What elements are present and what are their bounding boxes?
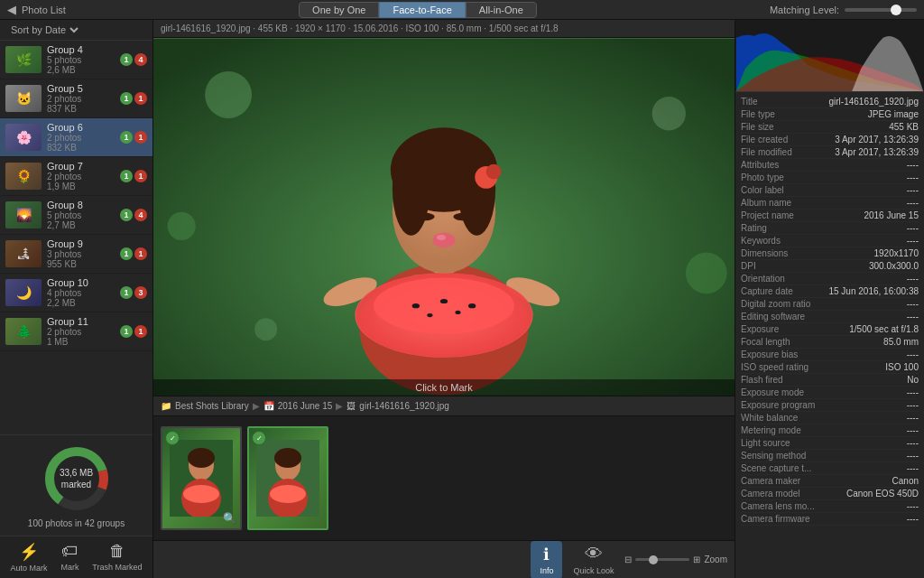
group-badges-5: 1 1 xyxy=(120,92,147,105)
sidebar-item-group-11[interactable]: 🌲 Group 11 2 photos1 MB 1 1 xyxy=(0,312,152,351)
group-badges-9: 1 1 xyxy=(120,247,147,260)
group-name-9: Group 9 xyxy=(47,238,115,249)
group-thumb-7: 🌻 xyxy=(5,163,42,190)
group-name-6: Group 6 xyxy=(47,122,115,133)
group-info-6: Group 6 2 photos832 KB xyxy=(47,122,115,153)
meta-value-16: ---- xyxy=(907,299,919,309)
group-meta-6: 2 photos832 KB xyxy=(47,133,115,153)
svg-point-8 xyxy=(254,318,277,340)
film-thumb-2[interactable]: ✓ xyxy=(247,426,328,530)
photo-view[interactable]: Click to Mark xyxy=(153,38,735,396)
meta-row-8: Album name ---- xyxy=(741,197,919,210)
mark-label: Mark xyxy=(60,563,79,572)
film-thumb-badge-2: ✓ xyxy=(252,431,266,445)
sidebar-item-group-8[interactable]: 🌄 Group 8 5 photos2,7 MB 1 4 xyxy=(0,196,152,235)
meta-value-1: JPEG image xyxy=(868,109,919,119)
meta-label-13: DPI xyxy=(741,261,760,271)
meta-label-31: Camera model xyxy=(741,489,804,499)
svg-point-7 xyxy=(686,252,727,294)
mark-icon: 🏷 xyxy=(61,542,78,561)
meta-value-32: ---- xyxy=(907,501,919,511)
sort-select[interactable]: Sort by Date xyxy=(7,23,81,36)
meta-row-21: ISO speed rating ISO 100 xyxy=(741,361,919,374)
meta-row-5: Attributes ---- xyxy=(741,159,919,172)
badge-red-11: 1 xyxy=(134,325,147,338)
badge-red-9: 1 xyxy=(134,247,147,260)
group-name-5: Group 5 xyxy=(47,83,115,94)
breadcrumb-library[interactable]: Best Shots Library xyxy=(175,401,249,411)
meta-value-14: ---- xyxy=(907,274,919,284)
group-meta-10: 4 photos2,2 MB xyxy=(47,288,115,308)
meta-value-15: 15 Jun 2016, 16:00:38 xyxy=(828,286,919,296)
back-label[interactable]: Photo List xyxy=(22,5,66,15)
bottom-right-tools: ℹ Info 👁 Quick Look ⊟ ⊞ Zoom xyxy=(531,541,727,579)
group-name-11: Group 11 xyxy=(47,316,115,327)
meta-row-1: File type JPEG image xyxy=(741,108,919,121)
group-name-8: Group 8 xyxy=(47,200,115,210)
trash-marked-button[interactable]: 🗑 Trash Marked xyxy=(88,540,145,574)
group-meta-11: 2 photos1 MB xyxy=(47,327,115,347)
mark-button[interactable]: 🏷 Mark xyxy=(57,540,82,574)
sidebar-item-group-6[interactable]: 🌸 Group 6 2 photos832 KB 1 1 xyxy=(0,118,152,157)
top-bar: ◀ Photo List One by One Face-to-Face All… xyxy=(0,0,924,20)
group-badges-7: 1 1 xyxy=(120,170,147,182)
badge-green-9: 1 xyxy=(120,247,133,260)
meta-value-10: ---- xyxy=(907,223,919,233)
meta-label-32: Camera lens mo... xyxy=(741,501,818,511)
auto-mark-icon: ⚡ xyxy=(19,542,39,562)
sidebar-item-group-4[interactable]: 🌿 Group 4 5 photos2,6 MB 1 4 xyxy=(0,41,152,79)
file-info-bar: girl-1461616_1920.jpg · 455 KB · 1920 × … xyxy=(161,23,559,33)
photo-illustration xyxy=(153,38,735,396)
tab-one-by-one[interactable]: One by One xyxy=(299,2,379,18)
meta-label-28: Sensing method xyxy=(741,451,809,461)
group-info-7: Group 7 2 photos1,9 MB xyxy=(47,161,115,191)
meta-row-0: Title girl-1461616_1920.jpg xyxy=(741,96,919,108)
svg-point-27 xyxy=(486,164,502,180)
group-info-5: Group 5 2 photos837 KB xyxy=(47,83,115,114)
meta-row-18: Exposure 1/500 sec at f/1.8 xyxy=(741,323,919,336)
svg-point-6 xyxy=(168,212,196,240)
meta-label-15: Capture date xyxy=(741,286,797,296)
group-thumb-10: 🌙 xyxy=(5,279,42,306)
group-info-10: Group 10 4 photos2,2 MB xyxy=(47,277,115,308)
meta-row-6: Photo type ---- xyxy=(741,172,919,184)
badge-green-11: 1 xyxy=(120,325,133,338)
svg-point-41 xyxy=(270,485,306,503)
zoom-label: Zoom xyxy=(704,555,727,564)
meta-label-19: Focal length xyxy=(741,337,793,347)
zoom-slider[interactable] xyxy=(635,558,689,561)
sidebar-header: Sort by Date xyxy=(0,20,152,41)
group-badges-11: 1 1 xyxy=(120,325,147,338)
meta-row-2: File size 455 KB xyxy=(741,121,919,134)
back-arrow-icon[interactable]: ◀ xyxy=(7,3,16,16)
donut-chart: 33,6 MB marked xyxy=(7,443,145,515)
badge-red-4: 4 xyxy=(134,53,147,66)
info-button[interactable]: ℹ Info xyxy=(531,541,562,579)
click-to-mark[interactable]: Click to Mark xyxy=(153,379,735,396)
meta-row-17: Editing software ---- xyxy=(741,311,919,323)
tab-all-in-one[interactable]: All-in-One xyxy=(466,2,537,18)
group-meta-5: 2 photos837 KB xyxy=(47,94,115,114)
meta-row-11: Keywords ---- xyxy=(741,235,919,247)
badge-green-4: 1 xyxy=(120,53,133,66)
right-panel: Title girl-1461616_1920.jpg File type JP… xyxy=(735,20,924,578)
quick-look-button[interactable]: 👁 Quick Look xyxy=(573,544,614,575)
metadata-panel: Title girl-1461616_1920.jpg File type JP… xyxy=(735,92,924,578)
main-photo-canvas[interactable]: Click to Mark xyxy=(153,38,735,396)
sidebar-item-group-9[interactable]: 🏞 Group 9 3 photos955 KB 1 1 xyxy=(0,235,152,274)
sidebar-item-group-10[interactable]: 🌙 Group 10 4 photos2,2 MB 1 3 xyxy=(0,274,152,312)
tab-face-to-face[interactable]: Face-to-Face xyxy=(379,2,465,18)
film-thumb-1[interactable]: ✓ 🔍 xyxy=(161,426,242,530)
badge-red-8: 4 xyxy=(134,209,147,221)
breadcrumb-date[interactable]: 2016 June 15 xyxy=(278,401,333,411)
meta-row-33: Camera firmware ---- xyxy=(741,513,919,526)
group-info-11: Group 11 2 photos1 MB xyxy=(47,316,115,347)
meta-label-29: Scene capture t... xyxy=(741,463,815,473)
sidebar-item-group-7[interactable]: 🌻 Group 7 2 photos1,9 MB 1 1 xyxy=(0,157,152,196)
matching-slider[interactable] xyxy=(845,8,917,12)
meta-label-1: File type xyxy=(741,109,779,119)
meta-row-30: Camera maker Canon xyxy=(741,475,919,488)
auto-mark-button[interactable]: ⚡ Auto Mark xyxy=(6,540,51,574)
sidebar-item-group-5[interactable]: 🐱 Group 5 2 photos837 KB 1 1 xyxy=(0,79,152,118)
sidebar-toolbar: ⚡ Auto Mark 🏷 Mark 🗑 Trash Marked xyxy=(0,536,152,578)
